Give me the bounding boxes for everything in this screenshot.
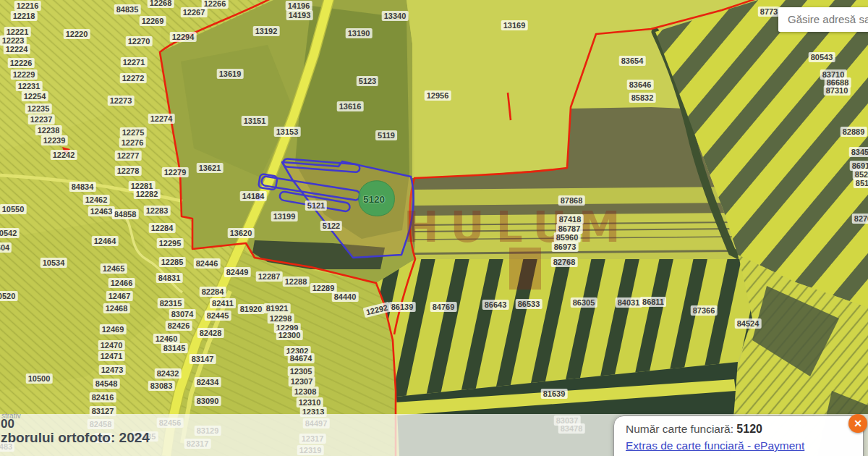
- parcel-label[interactable]: 81639: [541, 389, 568, 399]
- parcel-label[interactable]: 604: [0, 242, 12, 253]
- parcel-label[interactable]: 12460: [153, 334, 180, 344]
- parcel-label[interactable]: 12267: [181, 7, 208, 17]
- parcel-label[interactable]: 14184: [240, 191, 267, 201]
- parcel-label[interactable]: 12285: [159, 257, 186, 267]
- parcel-label[interactable]: 12224: [4, 44, 30, 54]
- parcel-label[interactable]: 12231: [16, 81, 43, 91]
- parcel-label[interactable]: 12464: [92, 236, 119, 246]
- parcel-label[interactable]: 82434: [195, 377, 221, 387]
- parcel-label[interactable]: 86643: [482, 300, 509, 310]
- parcel-label[interactable]: 13620: [228, 228, 255, 238]
- parcel-label[interactable]: 12469: [100, 324, 127, 334]
- parcel-label[interactable]: 10520: [0, 291, 17, 301]
- parcel-label[interactable]: 12278: [115, 166, 142, 176]
- parcel-label[interactable]: 87868: [558, 195, 585, 206]
- parcel-label[interactable]: 12956: [425, 90, 451, 101]
- parcel-label[interactable]: 12294: [170, 32, 197, 42]
- parcel-label[interactable]: 12467: [106, 291, 133, 301]
- parcel-label[interactable]: 12229: [11, 69, 38, 80]
- parcel-label[interactable]: 87310: [824, 85, 851, 96]
- parcel-label[interactable]: 8773: [758, 7, 780, 17]
- parcel-label[interactable]: 81920: [238, 304, 265, 314]
- parcel-label[interactable]: 12268: [148, 0, 174, 8]
- parcel-label[interactable]: 83455: [849, 147, 868, 157]
- parcel-label[interactable]: 10534: [41, 258, 67, 268]
- parcel-label[interactable]: 13621: [197, 163, 224, 173]
- parcel-label[interactable]: 12235: [25, 104, 52, 114]
- parcel-label[interactable]: 12462: [83, 195, 110, 205]
- parcel-label[interactable]: 82315: [158, 298, 184, 308]
- parcel-label[interactable]: 5120: [361, 195, 387, 205]
- parcel-label[interactable]: 13340: [382, 11, 409, 21]
- link-extras-plan-cadastral[interactable]: Extras din planul cadastral pe ortofotop…: [626, 453, 851, 456]
- parcel-label[interactable]: 12282: [134, 189, 161, 199]
- parcel-label[interactable]: 87366: [691, 305, 718, 316]
- parcel-label[interactable]: 10542: [0, 228, 19, 238]
- parcel-label[interactable]: 12308: [292, 387, 319, 397]
- parcel-label[interactable]: 12272: [120, 73, 147, 83]
- parcel-label[interactable]: 82426: [166, 321, 192, 331]
- parcel-label[interactable]: 12465: [101, 263, 127, 274]
- parcel-label[interactable]: 13169: [501, 20, 528, 30]
- parcel-label[interactable]: 5122: [320, 221, 342, 231]
- parcel-label[interactable]: 10550: [0, 204, 26, 214]
- parcel-label[interactable]: 81921: [264, 303, 291, 313]
- parcel-label[interactable]: 12295: [157, 238, 184, 248]
- parcel-label[interactable]: 82446: [194, 258, 221, 269]
- parcel-label[interactable]: 12300: [276, 330, 303, 340]
- parcel-label[interactable]: 82432: [155, 368, 182, 379]
- parcel-label[interactable]: 14193: [286, 10, 313, 20]
- parcel-label[interactable]: 82411: [210, 298, 236, 308]
- parcel-label[interactable]: 12292: [363, 302, 391, 318]
- parcel-label[interactable]: 12284: [149, 223, 176, 233]
- parcel-label[interactable]: 86533: [516, 299, 542, 309]
- parcel-label[interactable]: 8518: [854, 178, 868, 188]
- parcel-label[interactable]: 12287: [256, 271, 283, 282]
- parcel-label[interactable]: 84440: [332, 292, 359, 302]
- parcel-label[interactable]: 14196: [286, 1, 312, 11]
- parcel-label[interactable]: 13619: [217, 69, 244, 79]
- parcel-label[interactable]: 12468: [103, 303, 130, 313]
- parcel-label[interactable]: 12239: [41, 135, 68, 145]
- parcel-label[interactable]: 83646: [627, 80, 654, 90]
- parcel-label[interactable]: 12254: [22, 91, 48, 101]
- parcel-label[interactable]: 10500: [26, 373, 53, 384]
- parcel-label[interactable]: 12310: [297, 397, 323, 408]
- parcel-label[interactable]: 83145: [161, 343, 188, 353]
- parcel-label[interactable]: 80543: [809, 52, 835, 62]
- parcel-label[interactable]: 82428: [197, 328, 224, 338]
- parcel-label[interactable]: 82416: [90, 392, 116, 402]
- parcel-label[interactable]: 83074: [169, 309, 196, 319]
- parcel-label[interactable]: 12466: [109, 278, 135, 288]
- parcel-label[interactable]: 12470: [98, 340, 125, 350]
- parcel-label[interactable]: 84831: [156, 273, 183, 283]
- parcel-label[interactable]: 84769: [430, 302, 457, 312]
- parcel-label[interactable]: 12307: [289, 376, 315, 387]
- parcel-label[interactable]: 5121: [305, 200, 327, 211]
- parcel-label[interactable]: 12242: [51, 150, 77, 160]
- parcel-label[interactable]: 12298: [268, 313, 294, 324]
- parcel-label[interactable]: 12275: [120, 127, 147, 138]
- parcel-label[interactable]: 12218: [11, 11, 38, 21]
- parcel-label[interactable]: 12238: [35, 125, 62, 135]
- parcel-label[interactable]: 85960: [554, 232, 581, 242]
- parcel-label[interactable]: 12276: [119, 138, 146, 148]
- parcel-label[interactable]: 86973: [552, 242, 579, 252]
- parcel-label[interactable]: 12216: [14, 1, 41, 11]
- parcel-label[interactable]: 12270: [126, 36, 153, 46]
- parcel-label[interactable]: 12237: [28, 114, 55, 124]
- parcel-label[interactable]: 13151: [242, 116, 268, 126]
- parcel-label[interactable]: 82768: [551, 257, 578, 267]
- parcel-label[interactable]: 13199: [271, 211, 298, 221]
- parcel-label[interactable]: 12271: [121, 57, 148, 67]
- parcel-label[interactable]: 86139: [389, 302, 416, 312]
- parcel-label[interactable]: 8270: [852, 214, 868, 224]
- parcel-label[interactable]: 5123: [357, 76, 378, 86]
- parcel-label[interactable]: 85832: [629, 93, 656, 103]
- parcel-label[interactable]: 12269: [140, 16, 166, 26]
- parcel-label[interactable]: 86811: [640, 297, 666, 307]
- parcel-label[interactable]: 84674: [288, 353, 315, 363]
- parcel-label[interactable]: 84031: [616, 297, 642, 308]
- parcel-label[interactable]: 84835: [114, 4, 141, 14]
- parcel-label[interactable]: 5119: [375, 130, 397, 140]
